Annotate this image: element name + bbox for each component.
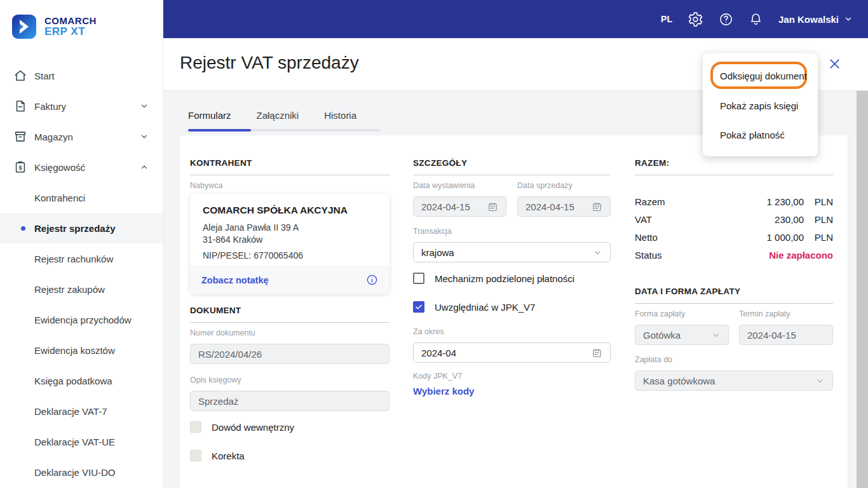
sidebar-item-ewidencja-przychodow[interactable]: Ewidencja przychodów [0, 304, 163, 335]
chevron-down-icon [140, 102, 149, 111]
pay-to-value: Kasa gotówkowa [643, 376, 715, 386]
pay-to-label: Zapłata do [635, 355, 672, 364]
sidebar-item-ksiega-podatkowa[interactable]: Księga podatkowa [0, 365, 163, 396]
netto-label: Netto [635, 232, 658, 243]
sidebar-item-label: Rejestr rachunków [34, 254, 113, 264]
info-icon[interactable] [366, 274, 378, 286]
section-dokument: DOKUMENT [190, 306, 390, 323]
help-icon[interactable] [719, 12, 733, 27]
sidebar-item-deklaracje-vatue[interactable]: Deklaracje VAT-UE [0, 426, 163, 457]
section-szczegoly: SZCZEGÓŁY [413, 158, 611, 175]
sidebar-item-start[interactable]: Start [0, 60, 163, 91]
active-tab-indicator [188, 129, 251, 132]
sidebar-item-label: Deklaracje VAT-UE [34, 437, 115, 447]
invoice-icon [13, 98, 28, 114]
split-payment-checkbox-row[interactable]: Mechanizm podzielonej płatności [413, 273, 574, 284]
split-payment-label: Mechanizm podzielonej płatności [435, 273, 574, 284]
sidebar-menu: Start Faktury Magazyn [0, 60, 163, 487]
app-root: COMARCH ERP XT Start Faktury [0, 0, 868, 488]
sidebar-item-deklaracje-vat7[interactable]: Deklaracje VAT-7 [0, 396, 163, 426]
tab-zalaczniki[interactable]: Załączniki [257, 110, 299, 121]
calendar-icon[interactable] [487, 201, 498, 212]
menu-item-odksieguj-dokument[interactable]: Odksięguj dokument [720, 71, 807, 81]
status-row: Status Nie zapłacono [635, 250, 833, 261]
payment-due-input[interactable]: 2024-04-15 [739, 325, 833, 345]
home-icon [13, 68, 28, 83]
chevron-down-icon [593, 248, 602, 257]
issue-date-input[interactable]: 2024-04-15 [413, 196, 506, 217]
brand-product: ERP XT [44, 26, 97, 37]
sidebar-item-rejestr-sprzedazy[interactable]: Rejestr sprzedaży [0, 213, 163, 243]
calendar-icon[interactable] [592, 201, 602, 212]
internal-doc-checkbox-row[interactable]: Dowód wewnętrzny [190, 421, 294, 433]
sidebar-item-label: Magazyn [34, 132, 73, 142]
transaction-label: Transakcja [413, 227, 452, 236]
netto-currency: PLN [804, 232, 833, 243]
transaction-select[interactable]: krajowa [413, 242, 611, 262]
jpk-label: Uwzględniać w JPK_V7 [435, 302, 535, 313]
checkmark-icon [415, 303, 423, 311]
chevron-up-icon [140, 163, 149, 172]
jpk-checkbox[interactable] [413, 301, 424, 313]
buyer-label: Nabywca [190, 181, 222, 190]
notifications-icon[interactable] [749, 12, 763, 27]
split-payment-checkbox[interactable] [413, 273, 424, 284]
settings-icon[interactable] [688, 11, 703, 27]
sidebar-item-faktury[interactable]: Faktury [0, 91, 163, 121]
menu-item-pokaz-zapis-ksiegi[interactable]: Pokaż zapis księgi [720, 100, 798, 111]
tab-formularz[interactable]: Formularz [188, 110, 231, 121]
chevron-down-icon [140, 132, 149, 141]
brand-logo[interactable]: COMARCH ERP XT [11, 14, 97, 39]
user-menu[interactable]: Jan Kowalski [778, 14, 853, 25]
transaction-value: krajowa [421, 247, 454, 258]
document-number-input[interactable]: RS/2024/04/26 [190, 344, 390, 364]
correction-checkbox[interactable] [190, 450, 201, 461]
menu-item-pokaz-platnosc[interactable]: Pokaż płatność [720, 130, 785, 140]
vertical-scrollbar[interactable] [857, 91, 868, 488]
column-szczegoly: SZCZEGÓŁY Data wystawienia Data sprzedaż… [413, 135, 611, 488]
netto-row: Netto 1 000,00 PLN [635, 232, 833, 243]
chevron-down-icon [711, 330, 721, 340]
sidebar-item-rejestr-rachunkow[interactable]: Rejestr rachunków [0, 243, 163, 274]
close-icon[interactable] [828, 57, 841, 71]
vat-value: 230,00 [775, 214, 804, 225]
language-button[interactable]: PL [661, 14, 672, 24]
choose-codes-link[interactable]: Wybierz kody [413, 386, 474, 396]
buyer-card[interactable]: COMARCH SPÓŁKA AKCYJNA Aleja Jana Pawła … [190, 194, 390, 294]
section-kontrahent: KONTRAHENT [190, 158, 390, 175]
status-label: Status [635, 250, 662, 261]
sidebar-item-ewidencja-kosztow[interactable]: Ewidencja kosztów [0, 335, 163, 365]
sale-date-label: Data sprzedaży [517, 181, 573, 190]
accounting-icon: $ [13, 159, 28, 175]
netto-value: 1 000,00 [767, 232, 804, 243]
tab-track [188, 129, 380, 132]
topbar: PL Jan Kowalski [163, 0, 868, 38]
sidebar-item-magazyn[interactable]: Magazyn [0, 121, 163, 152]
scrollbar-thumb[interactable] [857, 91, 868, 488]
see-note-link[interactable]: Zobacz notatkę [201, 275, 269, 285]
issue-date-value: 2024-04-15 [421, 201, 470, 212]
period-input[interactable]: 2024-04 [413, 342, 611, 363]
payment-form-select[interactable]: Gotówka [635, 325, 729, 345]
sidebar-item-label: Księga podatkowa [34, 376, 112, 386]
internal-doc-checkbox[interactable] [190, 421, 201, 433]
active-bullet-icon [21, 226, 25, 231]
sidebar-item-ksiegowosc[interactable]: $ Księgowość [0, 152, 163, 182]
tab-historia[interactable]: Historia [324, 110, 356, 121]
sale-date-input[interactable]: 2024-04-15 [517, 196, 611, 217]
total-value: 1 230,00 [767, 196, 804, 207]
sidebar-item-rejestr-zakupow[interactable]: Rejestr zakupów [0, 274, 163, 304]
sidebar-item-label: Deklaracje VAT-7 [34, 406, 107, 417]
section-razem: RAZEM: [635, 158, 833, 175]
vat-row: VAT 230,00 PLN [635, 214, 833, 225]
calendar-icon[interactable] [592, 348, 602, 358]
pay-to-select[interactable]: Kasa gotówkowa [635, 370, 833, 391]
vat-label: VAT [635, 214, 652, 225]
correction-checkbox-row[interactable]: Korekta [190, 450, 245, 461]
ledger-desc-input[interactable]: Sprzedaż [190, 391, 390, 411]
sidebar-item-deklaracje-viudo[interactable]: Deklaracje VIU-DO [0, 457, 163, 487]
sidebar-item-kontrahenci[interactable]: Kontrahenci [0, 182, 163, 213]
jpk-checkbox-row[interactable]: Uwzględniać w JPK_V7 [413, 301, 535, 313]
ledger-desc-value: Sprzedaż [198, 396, 238, 407]
sidebar-item-label: Ewidencja kosztów [34, 345, 115, 356]
